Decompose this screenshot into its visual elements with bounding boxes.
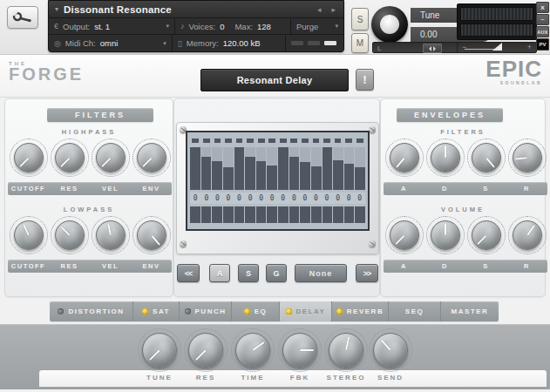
knob-stereo[interactable] [329,333,363,368]
led-distortion-off[interactable] [58,308,64,314]
seq-gate[interactable] [289,206,300,223]
seq-bar[interactable] [333,147,343,190]
seq-step-value[interactable]: 0 [190,194,201,202]
preset-next-icon[interactable]: ▸ [331,5,336,14]
seq-step-indicator[interactable] [322,139,333,143]
seq-step-value[interactable]: 0 [201,194,213,202]
seq-bar[interactable] [323,147,333,190]
aux-button[interactable]: AUX [536,26,549,37]
seq-step-value[interactable]: 0 [322,194,333,202]
seq-step-value[interactable]: 0 [255,194,267,202]
knob-r[interactable] [513,220,542,250]
seq-step-indicator[interactable] [343,139,355,143]
tab-punch[interactable]: PUNCH [179,301,231,321]
seq-gate[interactable] [190,206,200,223]
wrench-button[interactable] [7,6,38,29]
seq-gate[interactable] [300,206,310,223]
seq-next-button[interactable]: >> [356,264,378,282]
seq-slot-s-button[interactable]: S [238,264,259,282]
seq-bar[interactable] [234,147,245,190]
seq-step-indicator[interactable] [332,139,343,143]
knob-time[interactable] [235,333,270,368]
seq-bar[interactable] [311,147,322,190]
seq-gate[interactable] [201,206,212,223]
knob-send[interactable] [373,333,408,368]
seq-step-indicator[interactable] [201,139,213,143]
knob-res[interactable] [55,143,85,172]
seq-step-indicator[interactable] [190,139,201,143]
knob-res[interactable] [188,333,223,368]
seq-step-value[interactable]: 0 [310,194,322,202]
seq-gate[interactable] [323,206,333,223]
knob-vel[interactable] [96,143,126,172]
seq-gate[interactable] [256,206,267,223]
seq-step-value[interactable]: 0 [354,194,365,202]
knob-fbk[interactable] [282,333,317,368]
led-delay-on[interactable] [286,308,292,314]
close-button[interactable]: x [536,2,549,13]
tab-seq[interactable]: SEQ [388,301,440,321]
seq-bar[interactable] [355,147,365,190]
led-sat-on[interactable] [142,308,148,314]
seq-step-indicator[interactable] [354,139,365,143]
led-reverb-on[interactable] [336,308,343,314]
output-select[interactable]: € Output: st. 1 ▾ [49,18,175,34]
knob-env[interactable] [137,220,166,250]
seq-bar[interactable] [300,147,310,190]
knob-s[interactable] [472,220,501,250]
seq-step-value[interactable]: 0 [245,194,256,202]
knob-r[interactable] [513,143,542,172]
mute-button[interactable]: M [351,33,369,53]
seq-gate[interactable] [234,206,245,223]
seq-gate[interactable] [278,206,289,223]
step-sequencer-display[interactable]: 0000000000000000 [186,131,370,231]
volume-slider[interactable]: − + [457,42,537,53]
tab-delay[interactable]: DELAY [279,301,331,321]
seq-gate[interactable] [333,206,343,223]
seq-step-indicator[interactable] [310,139,322,143]
knob-cutoff[interactable] [14,220,44,250]
seq-step-indicator[interactable] [245,139,256,143]
knob-res[interactable] [55,220,85,250]
seq-prev-button[interactable]: << [177,264,200,282]
alert-button[interactable]: ! [356,69,374,91]
tab-sat[interactable]: SAT [132,301,179,321]
seq-bar[interactable] [201,147,212,190]
knob-vel[interactable] [96,220,126,250]
seq-step-indicator[interactable] [278,139,289,143]
knob-a[interactable] [390,220,419,250]
seq-step-indicator[interactable] [289,139,300,143]
led-punch-off[interactable] [185,308,191,314]
seq-bar[interactable] [289,147,300,190]
purge-select[interactable]: Purge ▾ [291,18,343,34]
seq-bar[interactable] [278,147,289,190]
tab-master[interactable]: MASTER [440,301,499,321]
seq-gate[interactable] [355,206,365,223]
seq-step-indicator[interactable] [300,139,311,143]
tab-distortion[interactable]: DISTORTION [50,301,132,321]
seq-step-value[interactable]: 0 [234,194,245,202]
knob-s[interactable] [472,143,501,172]
midi-channel-select[interactable]: ◎ Midi Ch: omni ▾ [49,35,173,51]
knob-d[interactable] [431,143,460,172]
preset-title[interactable]: Dissonant Resonance [64,4,172,15]
seq-slot-a-button[interactable]: A [209,264,230,282]
seq-bar[interactable] [223,147,234,190]
seq-gate[interactable] [245,206,255,223]
tab-reverb[interactable]: REVERB [331,301,388,321]
knob-d[interactable] [431,220,460,250]
seq-step-value[interactable]: 0 [343,194,355,202]
seq-gate[interactable] [344,206,355,223]
knob-cutoff[interactable] [14,143,44,172]
preset-display[interactable]: Resonant Delay [200,69,349,91]
solo-button[interactable]: S [351,8,369,30]
seq-step-value[interactable]: 0 [289,194,300,202]
led-eq-on[interactable] [244,308,250,314]
seq-slot-g-button[interactable]: G [266,264,287,282]
seq-step-value[interactable]: 0 [212,194,223,202]
pan-handle[interactable] [423,44,442,53]
tune-knob[interactable] [371,6,408,43]
knob-a[interactable] [390,143,419,172]
seq-gate[interactable] [212,206,222,223]
seq-step-value[interactable]: 0 [300,194,311,202]
